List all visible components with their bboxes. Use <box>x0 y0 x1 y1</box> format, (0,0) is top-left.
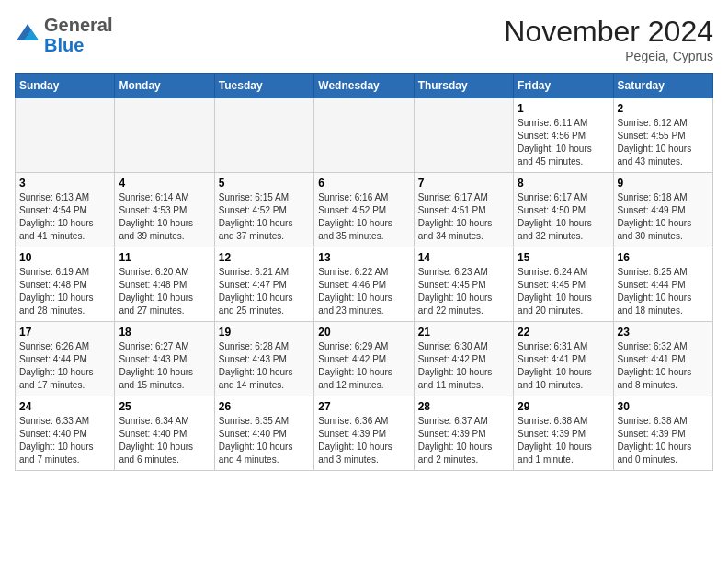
day-info: Sunrise: 6:32 AMSunset: 4:41 PMDaylight:… <box>618 340 709 392</box>
day-number: 22 <box>518 326 609 339</box>
day-number: 27 <box>318 400 409 413</box>
day-info: Sunrise: 6:33 AMSunset: 4:40 PMDaylight:… <box>19 415 110 466</box>
day-info: Sunrise: 6:27 AMSunset: 4:43 PMDaylight:… <box>119 340 210 392</box>
day-number: 20 <box>318 326 409 339</box>
day-number: 10 <box>19 251 110 264</box>
day-number: 30 <box>618 400 709 413</box>
weekday-header-tuesday: Tuesday <box>214 74 313 98</box>
day-number: 13 <box>318 251 409 264</box>
day-info: Sunrise: 6:20 AMSunset: 4:48 PMDaylight:… <box>119 266 210 317</box>
day-number: 29 <box>518 400 609 413</box>
weekday-header-thursday: Thursday <box>414 74 513 98</box>
day-info: Sunrise: 6:31 AMSunset: 4:41 PMDaylight:… <box>518 340 609 392</box>
day-cell: 19Sunrise: 6:28 AMSunset: 4:43 PMDayligh… <box>214 322 313 396</box>
day-number: 3 <box>19 177 110 190</box>
day-number: 18 <box>119 326 210 339</box>
week-row-3: 10Sunrise: 6:19 AMSunset: 4:48 PMDayligh… <box>16 247 713 322</box>
page-header: General Blue November 2024 Pegeia, Cypru… <box>15 15 713 63</box>
day-info: Sunrise: 6:38 AMSunset: 4:39 PMDaylight:… <box>618 415 709 466</box>
day-number: 21 <box>418 326 509 339</box>
day-number: 11 <box>119 251 210 264</box>
day-info: Sunrise: 6:28 AMSunset: 4:43 PMDaylight:… <box>219 340 310 392</box>
day-cell: 2Sunrise: 6:12 AMSunset: 4:55 PMDaylight… <box>613 98 712 173</box>
day-info: Sunrise: 6:36 AMSunset: 4:39 PMDaylight:… <box>318 415 409 466</box>
day-number: 8 <box>518 177 609 190</box>
day-cell: 17Sunrise: 6:26 AMSunset: 4:44 PMDayligh… <box>16 322 115 396</box>
day-number: 26 <box>219 400 310 413</box>
logo-icon <box>15 22 40 48</box>
day-cell: 7Sunrise: 6:17 AMSunset: 4:51 PMDaylight… <box>414 173 513 247</box>
day-cell: 3Sunrise: 6:13 AMSunset: 4:54 PMDaylight… <box>16 173 115 247</box>
calendar-table: SundayMondayTuesdayWednesdayThursdayFrid… <box>15 73 713 471</box>
day-number: 28 <box>418 400 509 413</box>
month-title: November 2024 <box>504 15 713 49</box>
day-number: 7 <box>418 177 509 190</box>
day-info: Sunrise: 6:26 AMSunset: 4:44 PMDaylight:… <box>19 340 110 392</box>
day-number: 25 <box>119 400 210 413</box>
day-number: 5 <box>219 177 310 190</box>
day-info: Sunrise: 6:12 AMSunset: 4:55 PMDaylight:… <box>618 117 709 168</box>
day-cell: 4Sunrise: 6:14 AMSunset: 4:53 PMDaylight… <box>115 173 214 247</box>
day-number: 15 <box>518 251 609 264</box>
logo-general-text: General <box>44 15 112 35</box>
day-cell: 26Sunrise: 6:35 AMSunset: 4:40 PMDayligh… <box>214 396 313 471</box>
day-cell: 6Sunrise: 6:16 AMSunset: 4:52 PMDaylight… <box>314 173 414 247</box>
day-cell: 11Sunrise: 6:20 AMSunset: 4:48 PMDayligh… <box>115 247 214 322</box>
day-info: Sunrise: 6:37 AMSunset: 4:39 PMDaylight:… <box>418 415 509 466</box>
day-number: 19 <box>219 326 310 339</box>
day-cell: 10Sunrise: 6:19 AMSunset: 4:48 PMDayligh… <box>16 247 115 322</box>
day-cell: 15Sunrise: 6:24 AMSunset: 4:45 PMDayligh… <box>514 247 613 322</box>
day-cell: 12Sunrise: 6:21 AMSunset: 4:47 PMDayligh… <box>214 247 313 322</box>
logo-blue-text: Blue <box>44 35 84 55</box>
day-cell: 27Sunrise: 6:36 AMSunset: 4:39 PMDayligh… <box>314 396 414 471</box>
weekday-header-friday: Friday <box>514 74 613 98</box>
day-number: 17 <box>19 326 110 339</box>
day-info: Sunrise: 6:38 AMSunset: 4:39 PMDaylight:… <box>518 415 609 466</box>
location-text: Pegeia, Cyprus <box>504 49 713 63</box>
weekday-header-monday: Monday <box>115 74 214 98</box>
day-info: Sunrise: 6:21 AMSunset: 4:47 PMDaylight:… <box>219 266 310 317</box>
day-info: Sunrise: 6:18 AMSunset: 4:49 PMDaylight:… <box>618 191 709 243</box>
day-info: Sunrise: 6:19 AMSunset: 4:48 PMDaylight:… <box>19 266 110 317</box>
logo: General Blue <box>15 15 112 55</box>
weekday-header-sunday: Sunday <box>16 74 115 98</box>
day-cell: 8Sunrise: 6:17 AMSunset: 4:50 PMDaylight… <box>514 173 613 247</box>
day-number: 1 <box>518 102 609 115</box>
week-row-2: 3Sunrise: 6:13 AMSunset: 4:54 PMDaylight… <box>16 173 713 247</box>
day-cell <box>414 98 513 173</box>
day-cell: 1Sunrise: 6:11 AMSunset: 4:56 PMDaylight… <box>514 98 613 173</box>
day-cell: 29Sunrise: 6:38 AMSunset: 4:39 PMDayligh… <box>514 396 613 471</box>
day-cell: 22Sunrise: 6:31 AMSunset: 4:41 PMDayligh… <box>514 322 613 396</box>
day-cell <box>214 98 313 173</box>
day-info: Sunrise: 6:23 AMSunset: 4:45 PMDaylight:… <box>418 266 509 317</box>
day-info: Sunrise: 6:22 AMSunset: 4:46 PMDaylight:… <box>318 266 409 317</box>
day-cell: 24Sunrise: 6:33 AMSunset: 4:40 PMDayligh… <box>16 396 115 471</box>
day-info: Sunrise: 6:16 AMSunset: 4:52 PMDaylight:… <box>318 191 409 243</box>
day-info: Sunrise: 6:30 AMSunset: 4:42 PMDaylight:… <box>418 340 509 392</box>
day-cell: 14Sunrise: 6:23 AMSunset: 4:45 PMDayligh… <box>414 247 513 322</box>
day-number: 9 <box>618 177 709 190</box>
day-info: Sunrise: 6:24 AMSunset: 4:45 PMDaylight:… <box>518 266 609 317</box>
day-number: 16 <box>618 251 709 264</box>
day-cell: 5Sunrise: 6:15 AMSunset: 4:52 PMDaylight… <box>214 173 313 247</box>
day-number: 4 <box>119 177 210 190</box>
day-info: Sunrise: 6:35 AMSunset: 4:40 PMDaylight:… <box>219 415 310 466</box>
day-info: Sunrise: 6:34 AMSunset: 4:40 PMDaylight:… <box>119 415 210 466</box>
day-info: Sunrise: 6:14 AMSunset: 4:53 PMDaylight:… <box>119 191 210 243</box>
day-cell <box>16 98 115 173</box>
day-info: Sunrise: 6:29 AMSunset: 4:42 PMDaylight:… <box>318 340 409 392</box>
day-cell: 13Sunrise: 6:22 AMSunset: 4:46 PMDayligh… <box>314 247 414 322</box>
day-cell: 18Sunrise: 6:27 AMSunset: 4:43 PMDayligh… <box>115 322 214 396</box>
day-cell <box>115 98 214 173</box>
weekday-header-wednesday: Wednesday <box>314 74 414 98</box>
day-info: Sunrise: 6:15 AMSunset: 4:52 PMDaylight:… <box>219 191 310 243</box>
day-number: 23 <box>618 326 709 339</box>
day-cell: 20Sunrise: 6:29 AMSunset: 4:42 PMDayligh… <box>314 322 414 396</box>
day-cell: 16Sunrise: 6:25 AMSunset: 4:44 PMDayligh… <box>613 247 712 322</box>
weekday-header-row: SundayMondayTuesdayWednesdayThursdayFrid… <box>16 74 713 98</box>
day-number: 14 <box>418 251 509 264</box>
week-row-5: 24Sunrise: 6:33 AMSunset: 4:40 PMDayligh… <box>16 396 713 471</box>
day-cell: 21Sunrise: 6:30 AMSunset: 4:42 PMDayligh… <box>414 322 513 396</box>
title-block: November 2024 Pegeia, Cyprus <box>504 15 713 63</box>
day-number: 24 <box>19 400 110 413</box>
